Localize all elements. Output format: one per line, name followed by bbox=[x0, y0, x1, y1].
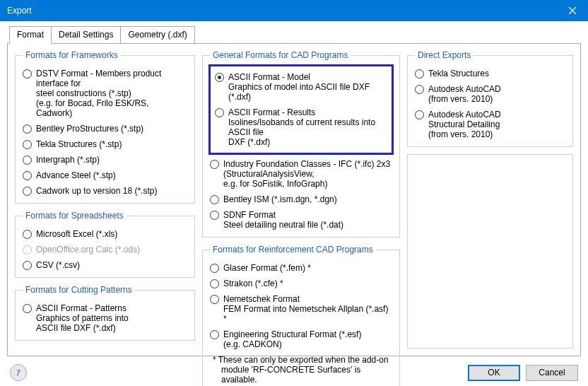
radio-icon bbox=[215, 108, 224, 117]
opt-strakon[interactable]: Strakon (*.cfe) * bbox=[210, 279, 392, 288]
opt-ifc-label: Industry Foundation Classes - IFC (*.ifc… bbox=[223, 159, 390, 189]
radio-icon bbox=[415, 85, 424, 94]
opt-intergraph[interactable]: Intergraph (*.stp) bbox=[23, 155, 187, 165]
window-title: Export bbox=[7, 6, 556, 16]
close-button[interactable] bbox=[556, 0, 588, 21]
opt-bentley-ism[interactable]: Bentley ISM (*.ism.dgn, *.dgn) bbox=[210, 194, 392, 204]
help-button[interactable]: ? bbox=[10, 364, 27, 381]
radio-icon bbox=[210, 279, 219, 288]
dialog-body: Formats for Frameworks DSTV Format - Mem… bbox=[7, 43, 581, 356]
opt-esf[interactable]: Engineering Structural Format (*.esf) (e… bbox=[210, 329, 392, 349]
group-frameworks-legend: Formats for Frameworks bbox=[23, 50, 121, 60]
group-cad-general: General Formats for CAD Programs ASCII F… bbox=[202, 50, 400, 238]
opt-autocad-structural-label: Autodesk AutoCAD Structural Detailing (f… bbox=[428, 110, 501, 139]
opt-advance-steel[interactable]: Advance Steel (*.stp) bbox=[23, 170, 187, 180]
radio-icon bbox=[23, 261, 32, 270]
opt-ascii-patterns-label: ASCII Format - Patterns Graphics of patt… bbox=[36, 303, 129, 333]
group-reinforcement-legend: Formats for Reinforcement CAD Programs bbox=[210, 245, 376, 255]
opt-autocad-structural[interactable]: Autodesk AutoCAD Structural Detailing (f… bbox=[415, 110, 565, 139]
group-cutting-legend: Formats for Cutting Patterns bbox=[23, 285, 135, 295]
radio-icon bbox=[23, 140, 32, 149]
opt-sdnf-label: SDNF Format Steel detailing neutral file… bbox=[223, 210, 343, 230]
radio-icon bbox=[23, 304, 32, 313]
opt-esf-label: Engineering Structural Format (*.esf) (e… bbox=[223, 329, 361, 349]
opt-ascii-patterns[interactable]: ASCII Format - Patterns Graphics of patt… bbox=[23, 303, 187, 333]
radio-icon bbox=[23, 156, 32, 165]
highlight-box: ASCII Format - Model Graphics of model i… bbox=[208, 64, 394, 155]
radio-icon bbox=[23, 69, 32, 78]
ok-button[interactable]: OK bbox=[468, 365, 520, 381]
group-direct-exports: Direct Exports Tekla Structures Autodesk… bbox=[407, 50, 573, 147]
empty-panel bbox=[407, 154, 573, 349]
tab-detail-settings[interactable]: Detail Settings bbox=[51, 26, 121, 44]
opt-glaser[interactable]: Glaser Format (*.fem) * bbox=[210, 263, 392, 273]
radio-icon bbox=[415, 110, 424, 119]
title-bar: Export bbox=[0, 0, 588, 21]
radio-icon bbox=[215, 73, 224, 82]
opt-nemetschek-label: Nemetschek Format FEM Format into Nemets… bbox=[223, 294, 392, 324]
radio-icon bbox=[23, 124, 32, 134]
radio-icon bbox=[210, 264, 219, 273]
radio-icon bbox=[23, 230, 32, 239]
radio-icon bbox=[210, 330, 219, 339]
radio-icon bbox=[210, 160, 219, 169]
opt-autocad-label: Autodesk AutoCAD (from vers. 2010) bbox=[428, 84, 501, 104]
radio-icon bbox=[210, 211, 219, 220]
tab-bar: Format Detail Settings Geometry (.dxf) bbox=[7, 25, 581, 44]
radio-icon bbox=[23, 245, 32, 255]
radio-icon bbox=[23, 171, 32, 180]
opt-dstv[interactable]: DSTV Format - Members product interface … bbox=[23, 69, 187, 118]
group-cutting-patterns: Formats for Cutting Patterns ASCII Forma… bbox=[15, 285, 195, 341]
opt-ifc[interactable]: Industry Foundation Classes - IFC (*.ifc… bbox=[210, 159, 392, 189]
group-cad-legend: General Formats for CAD Programs bbox=[210, 50, 351, 60]
group-spreadsheets: Formats for Spreadsheets Microsoft Excel… bbox=[15, 211, 195, 278]
opt-nemetschek[interactable]: Nemetschek Format FEM Format into Nemets… bbox=[210, 294, 392, 324]
opt-csv[interactable]: CSV (*.csv) bbox=[23, 260, 187, 270]
radio-icon bbox=[210, 295, 219, 304]
opt-excel[interactable]: Microsoft Excel (*.xls) bbox=[23, 229, 187, 239]
opt-openoffice: OpenOffice.org Calc (*.ods) bbox=[23, 245, 187, 255]
radio-icon bbox=[415, 69, 424, 78]
tab-geometry-dxf[interactable]: Geometry (.dxf) bbox=[120, 26, 194, 44]
opt-sdnf[interactable]: SDNF Format Steel detailing neutral file… bbox=[210, 210, 392, 230]
opt-autocad[interactable]: Autodesk AutoCAD (from vers. 2010) bbox=[415, 84, 565, 104]
opt-bentley-prostructures[interactable]: Bentley ProStructures (*.stp) bbox=[23, 124, 187, 134]
radio-icon bbox=[210, 195, 219, 204]
opt-dstv-label: DSTV Format - Members product interface … bbox=[36, 69, 187, 118]
help-icon: ? bbox=[16, 368, 20, 378]
group-frameworks: Formats for Frameworks DSTV Format - Mem… bbox=[15, 50, 195, 204]
opt-ascii-model-label: ASCII Format - Model Graphics of model i… bbox=[228, 72, 387, 102]
group-spreadsheets-legend: Formats for Spreadsheets bbox=[23, 211, 127, 221]
close-icon bbox=[568, 6, 577, 15]
opt-ascii-results[interactable]: ASCII Format - Results Isolines/Isobands… bbox=[215, 107, 387, 147]
opt-tekla-structures-stp[interactable]: Tekla Structures (*.stp) bbox=[23, 139, 187, 149]
group-direct-legend: Direct Exports bbox=[415, 50, 474, 60]
radio-icon bbox=[23, 187, 32, 196]
opt-ascii-results-label: ASCII Format - Results Isolines/Isobands… bbox=[228, 107, 387, 147]
opt-tekla-direct[interactable]: Tekla Structures bbox=[415, 69, 565, 78]
opt-ascii-model[interactable]: ASCII Format - Model Graphics of model i… bbox=[215, 72, 387, 102]
opt-cadwork[interactable]: Cadwork up to version 18 (*.stp) bbox=[23, 186, 187, 196]
cancel-button[interactable]: Cancel bbox=[526, 365, 578, 381]
tab-format[interactable]: Format bbox=[9, 26, 52, 44]
dialog-footer: ? OK Cancel bbox=[0, 359, 588, 386]
